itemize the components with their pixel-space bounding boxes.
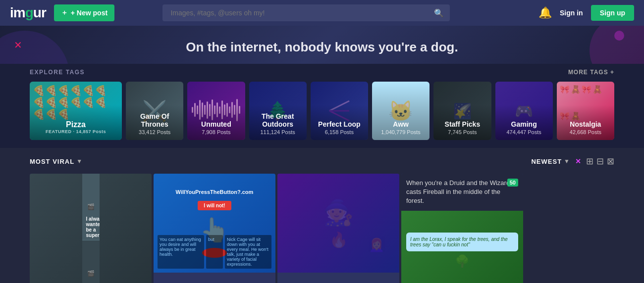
tag-posts-got: 33,412 Posts (126, 129, 183, 135)
tag-name-pizza: Pizza (46, 120, 106, 129)
header: imgur ＋ + New post 🔍 🔔 Sign in Sign up (0, 0, 644, 26)
tag-posts-pizza: FEATURED · 14,857 Posts (46, 129, 106, 134)
hero-deco-left: ✕ (14, 39, 22, 51)
newest-text: NEWEST (531, 158, 562, 165)
notification-icon[interactable]: 🔔 (538, 6, 552, 19)
tag-card-loop[interactable]: Perfect Loop 6,158 Posts (311, 82, 368, 140)
post-card-druid[interactable]: When you're a Druid and the Wizard casts… (401, 174, 523, 283)
tag-name-gaming: Gaming (506, 120, 541, 128)
x-close-icon[interactable]: ✕ (575, 157, 581, 165)
content-section: MOST VIRAL ▼ NEWEST ▼ ✕ ⊞ ⊟ ⊠ 🎬 I always… (0, 148, 644, 283)
posts-grid: 🎬 I always wanted to be a superhero. 🎬 W… (30, 174, 614, 283)
post-badge-50: 50 (507, 179, 518, 187)
tag-posts-gaming: 474,447 Posts (506, 129, 541, 135)
tag-card-gaming[interactable]: 🎮 Gaming 474,447 Posts (495, 82, 553, 140)
logo: imgur (10, 5, 46, 21)
compact-view-icon[interactable]: ⊠ (607, 156, 614, 167)
explore-header: EXPLORE TAGS MORE TAGS + (30, 69, 614, 76)
post-i-will-not: I will not! (198, 201, 231, 210)
newest-controls: NEWEST ▼ ✕ ⊞ ⊟ ⊠ (531, 156, 614, 167)
view-icons: ⊞ ⊟ ⊠ (586, 156, 614, 167)
grid-view-icon[interactable]: ⊞ (586, 156, 593, 167)
tags-grid: 🍕🍕🍕🍕🍕 🍕🍕🍕🍕🍕 🍕🍕🍕🍕🍕 Pizza FEATURED · 14,85… (30, 82, 614, 140)
tag-posts-staff: 7,745 Posts (445, 129, 481, 135)
tag-posts-outdoors: 111,124 Posts (249, 129, 307, 135)
tag-name-nostalgia: Nostalgia (570, 120, 601, 128)
tag-posts-loop: 6,158 Posts (318, 129, 361, 135)
tag-posts-aww: 1,040,779 Posts (381, 129, 421, 135)
tag-name-outdoors: The Great Outdoors (249, 112, 307, 128)
tag-card-aww[interactable]: 🐱 Aww 1,040,779 Posts (372, 82, 429, 140)
tag-card-unmuted[interactable]: Unmuted 7,908 Posts (187, 82, 245, 140)
most-viral-text: MOST VIRAL (30, 158, 74, 165)
sign-in-link[interactable]: Sign in (560, 9, 583, 17)
search-input[interactable] (162, 4, 450, 21)
post-druid-title: When you're a Druid and the Wizard casts… (406, 179, 518, 206)
list-view-icon[interactable]: ⊟ (596, 156, 604, 167)
post-card-button[interactable]: WillYouPressTheButton?.com I will not! 👆… (154, 174, 275, 283)
tag-name-unmuted: Unmuted (201, 120, 231, 128)
more-tags-link[interactable]: MORE TAGS + (568, 69, 614, 76)
hero-tagline: On the internet, nobody knows you're a d… (0, 40, 644, 55)
content-header: MOST VIRAL ▼ NEWEST ▼ ✕ ⊞ ⊟ ⊠ (30, 156, 614, 167)
hero-section: ✕ On the internet, nobody knows you're a… (0, 26, 644, 64)
post-button-options: You can eat anything you desire and will… (158, 235, 271, 269)
dropdown-newest-icon: ▼ (564, 158, 570, 165)
post-button-site-title: WillYouPressTheButton?.com (176, 189, 254, 195)
tag-posts-unmuted: 7,908 Posts (201, 129, 231, 135)
new-post-label: + New post (71, 9, 107, 17)
tag-posts-nostalgia: 42,668 Posts (570, 129, 601, 135)
explore-section: EXPLORE TAGS MORE TAGS + 🍕🍕🍕🍕🍕 🍕🍕🍕🍕🍕 🍕🍕🍕… (0, 64, 644, 148)
search-icon: 🔍 (434, 8, 444, 18)
tag-card-outdoors[interactable]: 🌲 The Great Outdoors 111,124 Posts (249, 82, 307, 140)
tag-name-got: Game Of Thrones (126, 112, 183, 128)
search-bar: 🔍 (162, 4, 450, 21)
new-post-button[interactable]: ＋ + New post (54, 4, 114, 21)
tag-name-aww: Aww (381, 120, 421, 128)
hero-deco-right (614, 31, 624, 41)
explore-title: EXPLORE TAGS (30, 69, 85, 76)
post-card-superhero[interactable]: 🎬 I always wanted to be a superhero. 🎬 W… (30, 174, 152, 283)
post-card-game[interactable]: 🧙 🔥 👩‍🦰 (277, 174, 399, 283)
dropdown-arrow-icon: ▼ (76, 158, 83, 165)
header-right: 🔔 Sign in Sign up (538, 5, 634, 21)
tag-card-pizza[interactable]: 🍕🍕🍕🍕🍕 🍕🍕🍕🍕🍕 🍕🍕🍕🍕🍕 Pizza FEATURED · 14,85… (30, 82, 122, 140)
tag-name-staff: Staff Picks (445, 120, 481, 128)
tag-card-staff[interactable]: 🌠 Staff Picks 7,745 Posts (433, 82, 491, 140)
tag-card-nostalgia[interactable]: 🎀🧸🎀 🧸🎀🧸 Nostalgia 42,668 Posts (557, 82, 614, 140)
plus-icon: ＋ (61, 8, 68, 17)
tag-card-got[interactable]: ⚔️ Game Of Thrones 33,412 Posts (126, 82, 183, 140)
newest-label[interactable]: NEWEST ▼ (531, 158, 570, 165)
tag-name-loop: Perfect Loop (318, 120, 361, 128)
sign-up-button[interactable]: Sign up (591, 5, 634, 21)
most-viral-label[interactable]: MOST VIRAL ▼ (30, 158, 83, 165)
